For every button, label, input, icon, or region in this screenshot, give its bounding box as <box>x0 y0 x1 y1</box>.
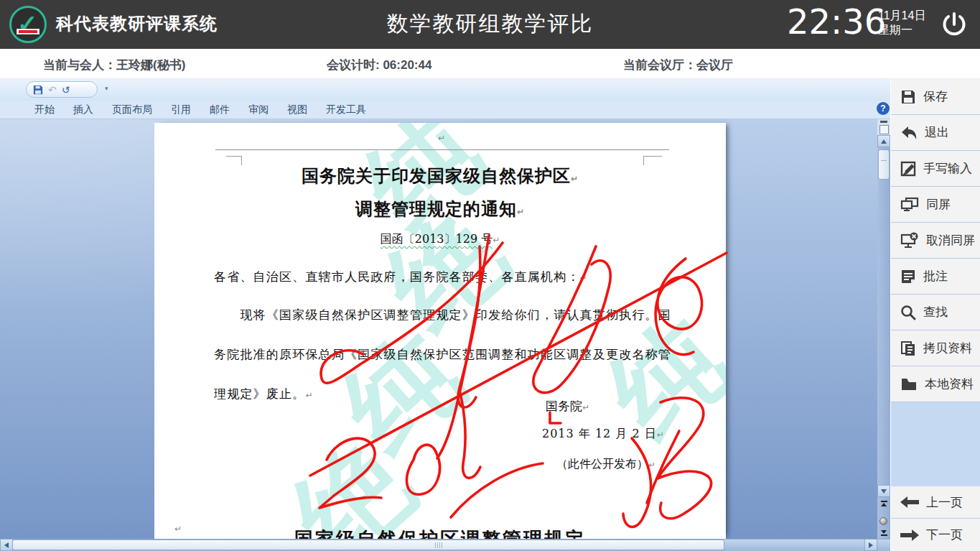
up-arrow-icon <box>881 139 887 144</box>
handwriting-label: 手写输入 <box>923 160 972 177</box>
save-icon[interactable] <box>33 85 43 95</box>
browse-bar-icon <box>881 501 887 502</box>
quick-access-pill: ↶ ↺ <box>26 81 98 98</box>
scroll-right-button[interactable] <box>864 539 877 551</box>
paragraph-mark: ↵ <box>571 174 579 184</box>
paragraph-mark: ↵ <box>493 235 500 245</box>
horizontal-scroll-thumb[interactable] <box>12 540 724 550</box>
paragraph-mark: ↵ <box>438 133 445 143</box>
meeting-timer: 会议计时: 06:20:44 <box>327 57 431 73</box>
current-hall: 当前会议厅：会议厅 <box>623 57 733 73</box>
doc-body-line3: 理规定》废止。↵ <box>214 386 688 402</box>
watermark-glyph: 绝 <box>276 424 428 539</box>
document-page: 纯 绝 纯 绝 纯 ↵ 国务院关于印发国家级自然保护区↵ 调整管理规定的通知↵ <box>154 123 726 539</box>
thumb-grip <box>435 542 442 548</box>
doc-title-line1: 国务院关于印发国家级自然保护区↵ <box>154 165 726 187</box>
tab-home[interactable]: 开始 <box>34 103 55 116</box>
ruler-toggle-icon[interactable] <box>879 125 889 134</box>
vertical-scrollbar[interactable] <box>877 119 890 539</box>
left-arrow-solid-icon <box>900 496 919 508</box>
doc-salutation: 各省、自治区、直辖市人民政府，国务院各部委、各直属机构：↵ <box>214 269 688 285</box>
doc-signer: 国务院↵ <box>546 398 589 415</box>
previous-page-button[interactable]: 上一页 <box>891 486 980 519</box>
quick-access-toolbar: ↶ ↺ ▾ <box>0 79 890 101</box>
qat-dropdown-icon[interactable]: ▾ <box>105 85 108 92</box>
clock-date-line: 11月14日 <box>878 9 925 23</box>
tab-references[interactable]: 引用 <box>171 103 191 116</box>
save-button[interactable]: 保存 <box>891 79 980 115</box>
annotate-button[interactable]: 批注 <box>891 259 980 295</box>
select-browse-object-button[interactable] <box>879 517 887 525</box>
doc-number: 国函〔2013〕129 号↵ <box>154 232 726 247</box>
find-label: 查找 <box>923 304 948 320</box>
find-button[interactable]: 查找 <box>891 295 980 330</box>
doc-salutation-text: 各省、自治区、直辖市人民政府，国务院各部委、各直属机构： <box>214 269 580 284</box>
copy-pages-icon <box>900 341 916 356</box>
clock-weekday: 星期一 <box>878 23 925 37</box>
save-floppy-icon <box>900 89 916 105</box>
mirror-label: 同屏 <box>926 196 951 213</box>
tab-page-layout[interactable]: 页面布局 <box>112 103 152 116</box>
doc-title-line1-text: 国务院关于印发国家级自然保护区 <box>302 165 571 186</box>
redo-icon[interactable]: ↺ <box>62 85 70 95</box>
scroll-up-button[interactable] <box>877 135 890 147</box>
mirror-screen-button[interactable]: 同屏 <box>891 187 980 223</box>
copy-material-label: 拷贝资料 <box>923 340 972 356</box>
exit-button[interactable]: 退出 <box>891 115 980 151</box>
current-attendee: 当前与会人：王玲娜(秘书) <box>43 57 185 73</box>
tab-mailings[interactable]: 邮件 <box>210 103 230 116</box>
doc-publish-note: （此件公开发布）↵ <box>556 457 655 472</box>
right-arrow-icon <box>869 542 873 548</box>
copy-material-button[interactable]: 拷贝资料 <box>891 330 980 366</box>
next-page-button[interactable]: 下一页 <box>891 519 980 551</box>
cancel-mirror-button[interactable]: 取消同屏 <box>891 223 980 259</box>
tool-sidebar: 保存 退出 手写输入 同屏 <box>890 79 980 551</box>
vertical-scroll-thumb[interactable] <box>878 149 890 180</box>
next-page-heading: 国家级自然保护区调整管理规定 <box>154 527 726 539</box>
power-button[interactable] <box>939 9 969 40</box>
tab-developer[interactable]: 开发工具 <box>326 103 366 116</box>
scroll-down-button[interactable] <box>877 485 890 497</box>
undo-icon[interactable]: ↶ <box>48 85 57 95</box>
local-material-label: 本地资料 <box>925 376 974 392</box>
paragraph-mark: ↵ <box>517 207 525 217</box>
left-arrow-icon <box>4 542 9 548</box>
double-down-icon <box>881 530 887 534</box>
monitor-x-icon <box>900 232 919 249</box>
down-arrow-icon <box>881 489 887 494</box>
doc-sign-date: 2013 年 12 月 2 日↵ <box>542 427 665 442</box>
handwriting-input-button[interactable]: 手写输入 <box>891 151 980 187</box>
doc-title-line2-text: 调整管理规定的通知 <box>355 198 517 219</box>
local-material-button[interactable]: 本地资料 <box>891 366 980 402</box>
save-label: 保存 <box>923 88 948 105</box>
note-page-icon <box>900 269 916 284</box>
doc-number-text: 国函〔2013〕129 号 <box>381 232 493 246</box>
meeting-status-bar: 当前与会人：王玲娜(秘书) 会议计时: 06:20:44 当前会议厅：会议厅 5 <box>0 49 980 79</box>
tab-insert[interactable]: 插入 <box>73 103 93 116</box>
pencil-square-icon <box>900 161 916 177</box>
right-arrow-solid-icon <box>900 529 919 541</box>
help-button[interactable]: ? <box>877 102 890 115</box>
clock-date: 11月14日 星期一 <box>878 9 925 37</box>
app-root: ✓ 科代表教研评课系统 数学教研组教学评比 22:36 11月14日 星期一 当… <box>0 0 980 551</box>
doc-signer-text: 国务院 <box>546 399 582 413</box>
clock-time: 22:36 <box>787 1 886 42</box>
paragraph-mark: ↵ <box>657 430 665 440</box>
paragraph-mark: ↵ <box>648 460 655 470</box>
tab-review[interactable]: 审阅 <box>248 103 269 116</box>
doc-body-line1: 现将《国家级自然保护区调整管理规定》印发给你们，请认真贯彻执行。国 <box>214 307 688 323</box>
previous-page-browse-button[interactable] <box>879 500 889 506</box>
folder-icon <box>900 377 918 392</box>
tab-view[interactable]: 视图 <box>287 103 307 116</box>
doc-title-line2: 调整管理规定的通知↵ <box>154 198 726 221</box>
next-page-browse-button[interactable] <box>879 530 889 537</box>
word-window: ↶ ↺ ▾ 开始 插入 页面布局 引用 邮件 审阅 视图 开发工具 ? 纯 绝 … <box>0 79 890 551</box>
next-page-label: 下一页 <box>926 527 963 543</box>
scroll-left-button[interactable] <box>0 539 13 551</box>
minimize-ribbon-icon[interactable] <box>880 121 887 123</box>
cancel-mirror-label: 取消同屏 <box>926 232 975 249</box>
doc-body-line3-text: 理规定》废止。 <box>214 386 305 401</box>
annotate-label: 批注 <box>923 268 948 284</box>
ribbon-tab-bar: 开始 插入 页面布局 引用 邮件 审阅 视图 开发工具 <box>0 101 890 119</box>
double-up-icon <box>881 503 887 506</box>
